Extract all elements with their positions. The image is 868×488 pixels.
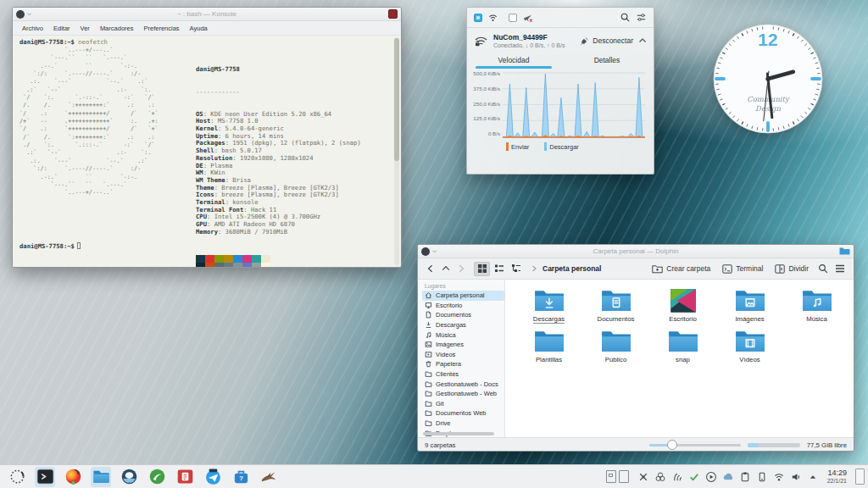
folder-m-sica[interactable]: Música [783, 288, 850, 324]
tray-device-icon[interactable] [756, 471, 768, 483]
taskbar-konsole-button[interactable] [35, 467, 55, 487]
chevron-up-icon[interactable] [638, 37, 647, 44]
tray-wifi-icon[interactable] [773, 471, 785, 483]
folder-im-genes[interactable]: Imágenes [716, 288, 783, 324]
taskbar-red-files-app-button[interactable] [175, 467, 195, 487]
tray-gesture-icon[interactable] [671, 471, 683, 483]
tray-flower-icon[interactable] [654, 471, 666, 483]
taskbar-bird-app-button[interactable] [259, 467, 279, 487]
konsole-titlebar[interactable]: ~ : bash — Konsole [13, 8, 401, 21]
window-folder-icon[interactable] [839, 247, 850, 256]
terminal-cursor [77, 242, 81, 249]
airplane-mode-checkbox[interactable] [509, 14, 517, 22]
connection-row[interactable]: NuCom_94499F Conectado, ↓ 0 B/s, ↑ 0 B/s… [467, 28, 654, 52]
green-round-app-icon [148, 468, 166, 485]
place-escritorio[interactable]: Escritorio [422, 301, 504, 311]
digital-clock[interactable]: 14:29 22/1/21 [827, 469, 847, 485]
place-descargas[interactable]: Descargas [422, 320, 504, 330]
menu-marcadores[interactable]: Marcadores [96, 23, 138, 34]
show-desktop-button[interactable] [855, 469, 865, 485]
scrollbar-thumb[interactable] [394, 38, 399, 161]
place-gestionatuweb-web[interactable]: Gestionatuweb - Web [422, 389, 504, 399]
icons-view-button[interactable] [474, 262, 490, 276]
close-button[interactable] [388, 9, 398, 19]
place-git[interactable]: Git [422, 399, 504, 409]
tray-tool-icon[interactable] [637, 471, 649, 483]
virtual-desktop-pager[interactable] [606, 470, 629, 483]
place-documentos[interactable]: Documentos [422, 310, 504, 320]
tray-media-play-icon[interactable] [705, 471, 717, 483]
tab-velocidad[interactable]: Velocidad [467, 53, 560, 69]
disconnect-button[interactable]: Desconectar [580, 36, 633, 46]
tray-update-check-icon[interactable] [688, 471, 700, 483]
details-view-button[interactable] [508, 262, 524, 276]
menu-archivo[interactable]: Archivo [18, 23, 47, 34]
place-m-sica[interactable]: Música [422, 330, 504, 340]
clock-date: 22/1/21 [827, 477, 847, 485]
terminal-scrollbar[interactable] [394, 37, 399, 265]
place-carpeta-personal[interactable]: Carpeta personal [422, 291, 504, 301]
place-papelera[interactable]: Papelera [422, 359, 504, 369]
split-view-button[interactable]: Dividir [771, 264, 813, 274]
search-icon[interactable] [620, 12, 631, 23]
window-menu-button[interactable] [16, 10, 32, 19]
tray-cloud-icon[interactable] [722, 471, 734, 483]
place-v-deos[interactable]: Vídeos [422, 350, 504, 360]
folder-p-blico[interactable]: Público [582, 329, 649, 363]
up-button[interactable] [440, 263, 452, 274]
folder-documentos[interactable]: Documentos [582, 288, 649, 324]
configure-icon[interactable] [636, 12, 647, 23]
folder-snap[interactable]: snap [649, 329, 716, 363]
open-terminal-button[interactable]: Terminal [718, 264, 767, 274]
window-menu-button[interactable] [421, 247, 437, 256]
desktop-1[interactable] [606, 470, 616, 483]
analog-clock-widget[interactable]: 12 Community Design [711, 22, 825, 136]
terminal-area[interactable]: dani@MS-7758:~$ neofetch `..---+/---..` … [13, 36, 401, 267]
menu-ayuda[interactable]: Ayuda [186, 23, 212, 34]
hamburger-icon [835, 264, 845, 273]
forward-button[interactable] [455, 263, 467, 274]
folder-v-deos[interactable]: Vídeos [716, 329, 783, 363]
tray-volume-icon[interactable] [790, 471, 802, 483]
places-horizontal-scrollbar[interactable] [423, 432, 494, 435]
breadcrumb[interactable]: Carpeta personal [542, 264, 601, 273]
zoom-slider[interactable] [649, 440, 741, 450]
app-launcher-button[interactable] [7, 467, 27, 487]
back-button[interactable] [425, 263, 437, 274]
briefcase-app-icon: ? [232, 468, 250, 485]
taskbar-mail-badge-app-button[interactable] [203, 467, 223, 487]
taskbar-briefcase-app-button[interactable]: ? [231, 467, 251, 487]
neofetch-divider: ------------ [196, 89, 361, 97]
folder-escritorio[interactable]: Escritorio [649, 288, 716, 324]
tray-expand-chevron-up-icon[interactable] [807, 471, 819, 483]
desktop-2[interactable] [619, 470, 629, 483]
menu-ver[interactable]: Ver [76, 23, 94, 34]
search-button[interactable] [816, 262, 830, 275]
folder-plantillas[interactable]: Plantillas [515, 329, 582, 363]
dolphin-window-title: Carpeta personal — Dolphin [418, 247, 854, 255]
dolphin-titlebar[interactable]: Carpeta personal — Dolphin [418, 245, 854, 258]
place-im-genes[interactable]: Imágenes [422, 340, 504, 350]
network-header [467, 8, 654, 28]
taskbar-blue-round-app-button[interactable] [119, 467, 139, 487]
place-documentos-web[interactable]: Documentos Web [422, 408, 504, 419]
menu-preferencias[interactable]: Preferencias [139, 23, 183, 34]
hamburger-menu-button[interactable] [833, 262, 847, 275]
folder-icon [425, 419, 432, 427]
wifi-enabled-checkbox[interactable] [474, 14, 482, 22]
taskbar-firefox-button[interactable] [63, 467, 83, 487]
place-gestionatuweb-docs[interactable]: Gestionatuweb - Docs [422, 379, 504, 389]
taskbar-dolphin-button[interactable] [91, 467, 111, 487]
place-clientes[interactable]: Clientes [422, 369, 504, 380]
create-folder-button[interactable]: Crear carpeta [648, 264, 715, 274]
tab-detalles[interactable]: Detalles [560, 53, 654, 69]
zoom-slider-knob[interactable] [667, 440, 677, 450]
compact-view-button[interactable] [491, 262, 507, 276]
folder-descargas[interactable]: Descargas [515, 288, 582, 324]
taskbar-green-round-app-button[interactable] [147, 467, 167, 487]
tray-clipboard-icon[interactable] [739, 471, 751, 483]
place-drive[interactable]: Drive [422, 419, 504, 429]
speed-graph: 500,0 KiB/s375,0 KiB/s250,0 KiB/s125,0 K… [467, 69, 654, 138]
folder-view[interactable]: DescargasDocumentosEscritorioImágenesMús… [505, 280, 854, 437]
menu-editar[interactable]: Editar [49, 23, 75, 34]
